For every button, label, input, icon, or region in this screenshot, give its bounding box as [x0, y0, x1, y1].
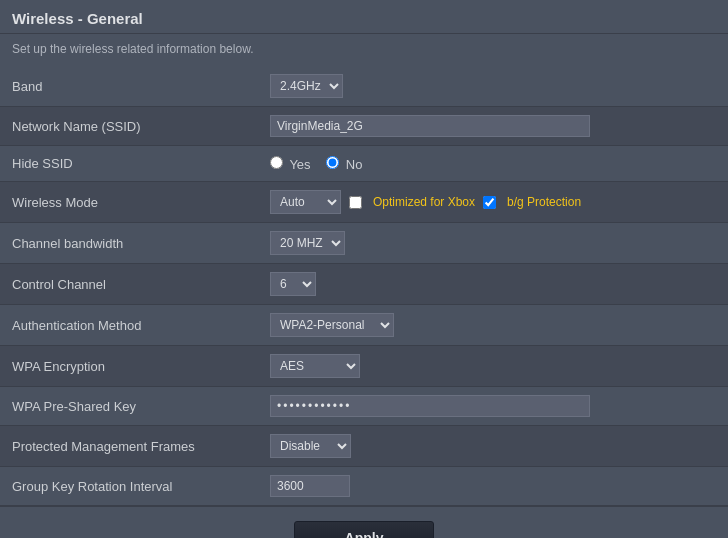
- bg-protection-label[interactable]: b/g Protection: [507, 195, 581, 209]
- wpa-encryption-row: WPA Encryption AES TKIP AES+TKIP: [0, 346, 728, 387]
- hide-ssid-no-radio[interactable]: [326, 156, 339, 169]
- hide-ssid-yes-label[interactable]: Yes: [270, 157, 314, 172]
- hide-ssid-yes-radio[interactable]: [270, 156, 283, 169]
- wpa-key-cell: [260, 387, 728, 426]
- control-channel-label: Control Channel: [0, 264, 260, 305]
- wireless-mode-controls: Auto N only B/G/N Legacy Optimized for X…: [270, 190, 718, 214]
- ssid-input[interactable]: [270, 115, 590, 137]
- band-cell: 2.4GHz 5GHz: [260, 66, 728, 107]
- wireless-mode-label: Wireless Mode: [0, 182, 260, 223]
- control-channel-select[interactable]: 123 456 789 1011: [270, 272, 316, 296]
- pmf-cell: Disable Optional Required: [260, 426, 728, 467]
- channel-bw-label: Channel bandwidth: [0, 223, 260, 264]
- page-title: Wireless - General: [0, 0, 728, 34]
- control-channel-cell: 123 456 789 1011: [260, 264, 728, 305]
- settings-table: Band 2.4GHz 5GHz Network Name (SSID) Hid…: [0, 66, 728, 506]
- hide-ssid-cell: Yes No: [260, 146, 728, 182]
- auth-method-label: Authentication Method: [0, 305, 260, 346]
- wpa-encryption-select[interactable]: AES TKIP AES+TKIP: [270, 354, 360, 378]
- optimized-xbox-checkbox[interactable]: [349, 196, 362, 209]
- pmf-select[interactable]: Disable Optional Required: [270, 434, 351, 458]
- auth-method-row: Authentication Method Open System WPA-Pe…: [0, 305, 728, 346]
- wpa-key-input[interactable]: [270, 395, 590, 417]
- hide-ssid-no-label[interactable]: No: [326, 157, 362, 172]
- pmf-row: Protected Management Frames Disable Opti…: [0, 426, 728, 467]
- wireless-mode-row: Wireless Mode Auto N only B/G/N Legacy O…: [0, 182, 728, 223]
- apply-row: Apply: [0, 506, 728, 538]
- control-channel-row: Control Channel 123 456 789 1011: [0, 264, 728, 305]
- channel-bw-row: Channel bandwidth 20 MHZ 40 MHZ 80 MHZ: [0, 223, 728, 264]
- ssid-cell: [260, 107, 728, 146]
- ssid-label: Network Name (SSID): [0, 107, 260, 146]
- optimized-xbox-label[interactable]: Optimized for Xbox: [373, 195, 475, 209]
- page-subtitle: Set up the wireless related information …: [0, 34, 728, 66]
- bg-protection-checkbox[interactable]: [483, 196, 496, 209]
- wireless-mode-cell: Auto N only B/G/N Legacy Optimized for X…: [260, 182, 728, 223]
- hide-ssid-label: Hide SSID: [0, 146, 260, 182]
- pmf-label: Protected Management Frames: [0, 426, 260, 467]
- page-container: Wireless - General Set up the wireless r…: [0, 0, 728, 538]
- band-label: Band: [0, 66, 260, 107]
- channel-bw-select[interactable]: 20 MHZ 40 MHZ 80 MHZ: [270, 231, 345, 255]
- wpa-encryption-label: WPA Encryption: [0, 346, 260, 387]
- group-key-row: Group Key Rotation Interval: [0, 467, 728, 506]
- wpa-key-row: WPA Pre-Shared Key: [0, 387, 728, 426]
- ssid-row: Network Name (SSID): [0, 107, 728, 146]
- wpa-encryption-cell: AES TKIP AES+TKIP: [260, 346, 728, 387]
- wpa-key-label: WPA Pre-Shared Key: [0, 387, 260, 426]
- wireless-mode-select[interactable]: Auto N only B/G/N Legacy: [270, 190, 341, 214]
- auth-method-select[interactable]: Open System WPA-Personal WPA2-Personal W…: [270, 313, 394, 337]
- channel-bw-cell: 20 MHZ 40 MHZ 80 MHZ: [260, 223, 728, 264]
- band-row: Band 2.4GHz 5GHz: [0, 66, 728, 107]
- auth-method-cell: Open System WPA-Personal WPA2-Personal W…: [260, 305, 728, 346]
- group-key-cell: [260, 467, 728, 506]
- group-key-input[interactable]: [270, 475, 350, 497]
- apply-button[interactable]: Apply: [294, 521, 435, 538]
- band-select[interactable]: 2.4GHz 5GHz: [270, 74, 343, 98]
- group-key-label: Group Key Rotation Interval: [0, 467, 260, 506]
- hide-ssid-row: Hide SSID Yes No: [0, 146, 728, 182]
